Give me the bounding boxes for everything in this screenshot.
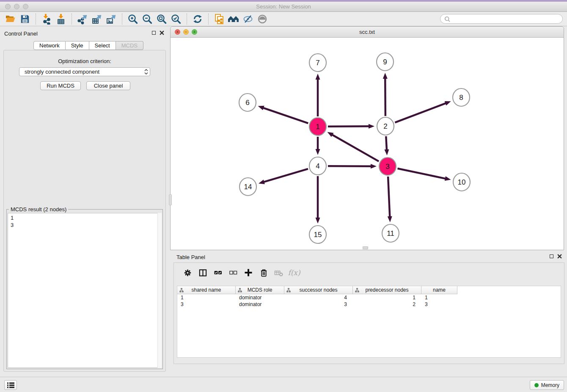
show-annotations-button[interactable] [255, 13, 270, 25]
zoom-selected-button[interactable] [169, 13, 183, 25]
tab-select[interactable]: Select [89, 41, 116, 50]
column-network-icon [238, 288, 242, 294]
add-row-button[interactable] [241, 266, 256, 279]
tab-network[interactable]: Network [33, 41, 66, 50]
clone-network-button[interactable] [212, 13, 226, 25]
show-panels-button[interactable] [4, 380, 17, 390]
minimize-window-button[interactable] [14, 4, 19, 9]
zoom-network-button[interactable]: + [192, 29, 197, 35]
graph-edge-arrowhead [316, 218, 320, 224]
graph-edge-4-14[interactable] [263, 169, 308, 182]
save-session-button[interactable] [18, 13, 32, 25]
first-neighbors-button[interactable] [226, 13, 241, 25]
graph-edge-3-11[interactable] [388, 177, 390, 218]
clear-table-button[interactable] [271, 266, 286, 279]
import-network-button[interactable] [39, 13, 54, 25]
network-canvas[interactable]: 7968124314101511 [171, 38, 564, 250]
show-column-button[interactable] [195, 266, 210, 279]
graph-edge-2-3[interactable] [386, 136, 387, 151]
table-cell[interactable]: dominator [236, 301, 284, 308]
column-header-successor-nodes[interactable]: successor nodes [284, 286, 353, 294]
refresh-view-button[interactable] [190, 13, 205, 25]
zoom-window-button[interactable] [23, 4, 28, 9]
control-panel-title: Control Panel [4, 30, 38, 37]
export-table-button[interactable] [90, 13, 104, 25]
graph-edge-2-8[interactable] [395, 103, 446, 122]
table-cell[interactable]: 1 [177, 294, 236, 301]
close-network-button[interactable]: × [175, 29, 180, 35]
fx-icon: f(x) [288, 268, 300, 277]
memory-button[interactable]: Memory [530, 380, 564, 390]
export-network-button[interactable] [75, 13, 90, 25]
column-header-label: predecessor nodes [365, 287, 408, 293]
select-all-button[interactable] [210, 266, 226, 279]
table-row[interactable]: 3dominator323 [177, 301, 561, 308]
graph-edge-arrowhead [445, 176, 451, 181]
table-cell[interactable]: 4 [284, 294, 353, 301]
table-cell[interactable]: 3 [421, 301, 457, 308]
unchecked-boxes-icon [228, 268, 238, 277]
float-panel-icon[interactable] [550, 254, 553, 258]
checked-boxes-icon [213, 268, 223, 277]
network-title: scc.txt [171, 27, 564, 37]
graph-edge-arrowhead [383, 73, 388, 79]
graph-edge-4-3[interactable] [328, 166, 372, 166]
export-image-button[interactable] [104, 13, 118, 25]
graph-edge-2-9[interactable] [385, 77, 385, 116]
table-cell[interactable]: 3 [284, 301, 353, 308]
vertical-splitter-handle[interactable] [169, 194, 172, 205]
column-header-MCDS-role[interactable]: MCDS role [236, 286, 284, 294]
close-panel-button[interactable]: Close panel [86, 81, 130, 90]
result-scrollbar[interactable] [157, 213, 162, 368]
column-network-icon [355, 288, 359, 294]
clear-table-icon [274, 268, 284, 277]
tab-style[interactable]: Style [66, 41, 89, 50]
search-input[interactable] [452, 16, 559, 22]
close-panel-icon[interactable] [160, 30, 164, 35]
table-cell[interactable]: 2 [353, 301, 421, 308]
open-session-button[interactable] [3, 13, 18, 25]
function-builder-button[interactable]: f(x) [286, 266, 302, 279]
optimization-criterion-select[interactable]: strongly connected component [19, 67, 150, 76]
table-cell[interactable]: 1 [421, 294, 457, 301]
graph-edge-1-6[interactable] [262, 108, 308, 123]
network-graph: 7968124314101511 [171, 38, 564, 250]
delete-row-button[interactable] [256, 266, 271, 279]
tab-mcds[interactable]: MCDS [116, 41, 143, 50]
close-window-button[interactable] [5, 4, 11, 9]
graph-edge-3-1[interactable] [331, 134, 379, 161]
toolbar-separator [36, 14, 36, 25]
column-header-name[interactable]: name [421, 286, 457, 294]
float-panel-icon[interactable] [152, 31, 156, 35]
hide-annotations-button[interactable] [241, 13, 255, 25]
horizontal-splitter-handle[interactable] [363, 246, 368, 249]
table-cell[interactable]: 1 [353, 294, 421, 301]
zoom-out-button[interactable] [140, 13, 154, 25]
graph-edge-1-2[interactable] [328, 126, 370, 127]
control-panel-tabs: Network Style Select MCDS [33, 41, 143, 50]
deselect-all-button[interactable] [226, 266, 241, 279]
eye-slash-icon [242, 14, 253, 25]
graph-edge-3-10[interactable] [397, 168, 446, 179]
zoom-fit-button[interactable] [154, 13, 169, 25]
table-settings-button[interactable] [180, 266, 195, 279]
zoom-in-button[interactable] [126, 13, 140, 25]
column-header-predecessor-nodes[interactable]: predecessor nodes [353, 286, 421, 294]
graph-edge-arrowhead [445, 101, 451, 105]
mcds-result-text[interactable]: 13 [8, 213, 162, 368]
table-cell[interactable]: 3 [177, 301, 236, 308]
run-mcds-button[interactable]: Run MCDS [40, 81, 81, 90]
graph-edge-arrowhead [328, 132, 334, 137]
search-field[interactable] [440, 14, 563, 24]
graph-edge-arrowhead [316, 74, 320, 80]
column-header-label: successor nodes [299, 287, 337, 293]
column-header-shared-name[interactable]: shared name [177, 286, 236, 294]
table-cell[interactable]: dominator [236, 294, 284, 301]
close-panel-icon[interactable] [557, 254, 562, 259]
import-table-button[interactable] [54, 13, 68, 25]
table-toolbar: f(x) [174, 263, 564, 282]
table-row[interactable]: 1dominator411 [177, 294, 561, 301]
minimize-network-button[interactable]: − [183, 29, 189, 35]
graph-node-label: 1 [316, 123, 319, 131]
network-window-titlebar[interactable]: × − + scc.txt [171, 27, 564, 38]
